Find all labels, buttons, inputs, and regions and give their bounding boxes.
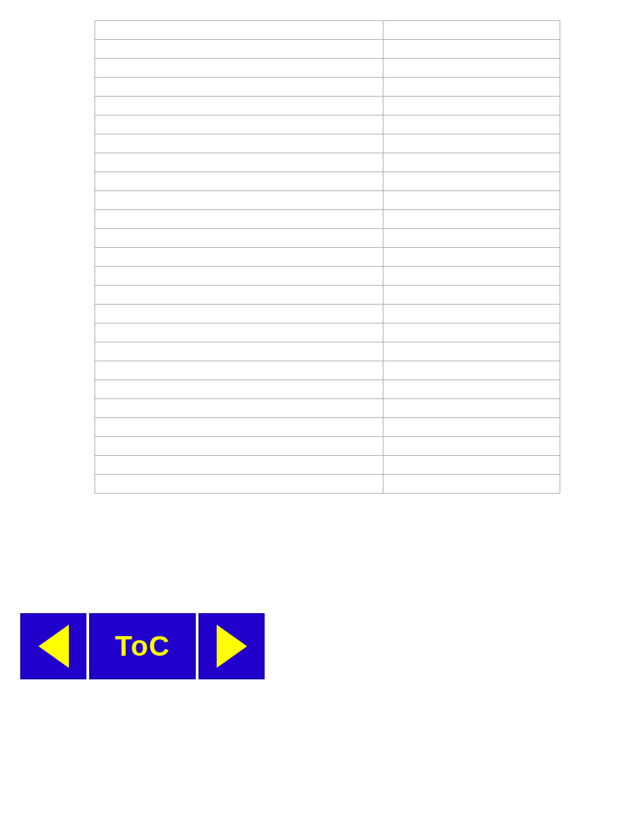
table-cell — [383, 399, 560, 418]
table-row — [95, 210, 560, 229]
table-cell — [95, 437, 383, 456]
toc-button[interactable]: ToC — [89, 613, 196, 679]
page-container: ToC — [0, 0, 644, 834]
table-cell — [383, 210, 560, 229]
table-cell — [383, 172, 560, 191]
table-cell — [383, 475, 560, 494]
table-cell — [383, 134, 560, 153]
table-cell — [383, 323, 560, 342]
table-cell — [383, 437, 560, 456]
table-cell — [95, 153, 383, 172]
table-cell — [383, 286, 560, 305]
table-cell — [95, 380, 383, 399]
table-row — [95, 191, 560, 210]
table-row — [95, 40, 560, 59]
table-cell — [95, 229, 383, 248]
table-cell — [383, 229, 560, 248]
table-cell — [383, 342, 560, 361]
table-cell — [95, 21, 383, 40]
table-cell — [383, 305, 560, 323]
table-cell — [383, 59, 560, 78]
table-row — [95, 456, 560, 475]
table-cell — [383, 191, 560, 210]
table-cell — [383, 418, 560, 437]
prev-button[interactable] — [20, 613, 86, 679]
table-cell — [95, 78, 383, 97]
table-cell — [383, 248, 560, 267]
table-row — [95, 342, 560, 361]
table-row — [95, 323, 560, 342]
table-row — [95, 399, 560, 418]
table-cell — [95, 286, 383, 305]
table-row — [95, 21, 560, 40]
table-row — [95, 97, 560, 115]
toc-label: ToC — [115, 630, 170, 662]
table-cell — [95, 399, 383, 418]
table-cell — [383, 267, 560, 286]
table-row — [95, 115, 560, 134]
table-row — [95, 361, 560, 380]
table-cell — [95, 210, 383, 229]
table-cell — [383, 21, 560, 40]
table-row — [95, 153, 560, 172]
table-row — [95, 418, 560, 437]
table-row — [95, 59, 560, 78]
table-cell — [383, 361, 560, 380]
content-table — [95, 20, 560, 494]
table-cell — [95, 361, 383, 380]
table-row — [95, 475, 560, 494]
table-row — [95, 437, 560, 456]
table-cell — [383, 115, 560, 134]
table-cell — [95, 115, 383, 134]
table-cell — [95, 59, 383, 78]
table-cell — [95, 134, 383, 153]
table-row — [95, 229, 560, 248]
table-row — [95, 286, 560, 305]
table-cell — [95, 40, 383, 59]
table-cell — [95, 305, 383, 323]
table-row — [95, 78, 560, 97]
next-arrow-icon — [217, 625, 247, 668]
table-cell — [95, 342, 383, 361]
table-cell — [95, 475, 383, 494]
table-cell — [95, 97, 383, 115]
table-cell — [383, 380, 560, 399]
table-row — [95, 248, 560, 267]
table-cell — [383, 97, 560, 115]
table-row — [95, 380, 560, 399]
table-cell — [95, 172, 383, 191]
table-row — [95, 305, 560, 323]
table-cell — [383, 40, 560, 59]
table-cell — [95, 418, 383, 437]
table-cell — [95, 267, 383, 286]
table-cell — [383, 78, 560, 97]
table-cell — [95, 191, 383, 210]
table-cell — [95, 323, 383, 342]
table-cell — [95, 456, 383, 475]
prev-arrow-icon — [38, 625, 69, 668]
table-row — [95, 134, 560, 153]
table-cell — [95, 248, 383, 267]
table-row — [95, 172, 560, 191]
table-cell — [383, 153, 560, 172]
table-cell — [383, 456, 560, 475]
table-row — [95, 267, 560, 286]
next-button[interactable] — [198, 613, 265, 679]
navigation-bar: ToC — [20, 613, 265, 679]
table-area — [95, 20, 560, 494]
